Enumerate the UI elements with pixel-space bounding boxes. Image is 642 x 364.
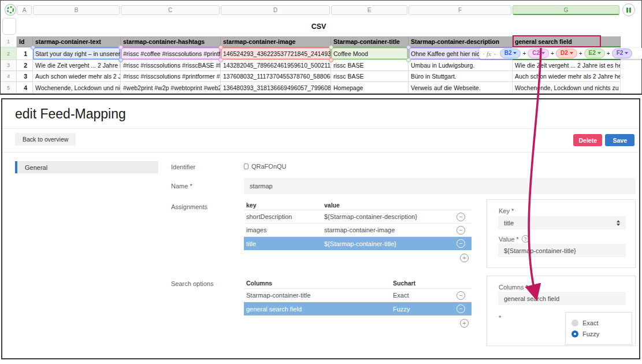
spreadsheet-cell[interactable]: 137608032_1117370455378760_5880684 (221, 71, 331, 82)
assignments-table-header: key value (244, 200, 472, 210)
column-letter-bar: A B C D E F G (17, 5, 621, 15)
copy-icon[interactable] (244, 164, 248, 169)
formula-chip-c2[interactable]: C2 (528, 49, 549, 58)
selection-handle[interactable] (406, 45, 411, 50)
search-option-row[interactable]: Starmap-container-title Exact − (244, 289, 472, 302)
columns-input[interactable]: general search field (498, 292, 626, 305)
spreadsheet-cell[interactable]: Auch schon wieder mehr als 2 Jahre her (513, 71, 621, 82)
formula-chip-e2[interactable]: E2 (584, 49, 605, 58)
radio-unselected-icon[interactable] (572, 320, 578, 326)
selection-handle[interactable] (218, 45, 223, 50)
column-letter-g-selected[interactable]: G (513, 5, 619, 15)
selection-handle[interactable] (406, 58, 411, 62)
spreadsheet-cell[interactable]: 1 (17, 47, 33, 60)
spreadsheet-cell[interactable]: 3 (17, 71, 33, 82)
row-number[interactable]: 1 (1, 36, 17, 47)
spreadsheet-cell[interactable]: Auch schon wieder mehr als 2 Jah (33, 71, 121, 82)
row-number[interactable]: 4 (1, 71, 17, 82)
selection-handle[interactable] (329, 58, 333, 62)
spreadsheet-cell[interactable]: Wochenende, Lockdown und nichts zu t (513, 82, 621, 94)
column-letter-b[interactable]: B (33, 5, 120, 15)
save-button[interactable]: Save (605, 134, 634, 146)
remove-row-button[interactable]: − (457, 304, 465, 313)
column-header-cell[interactable]: Starmap-container-title (331, 36, 409, 47)
spreadsheet-cell[interactable]: 4 (17, 82, 33, 94)
spreadsheet-cell[interactable]: 143282045_789662461959610_50021140 (221, 60, 331, 71)
name-input[interactable]: starmap (244, 178, 636, 194)
radio-selected-icon[interactable] (572, 330, 578, 337)
spreadsheet-cell[interactable]: Wie die Zeit vergeht ... 2 Jahre ist (33, 60, 121, 71)
formula-chip-f2[interactable]: F2 (612, 49, 633, 58)
chip-dropdown-icon[interactable] (570, 52, 573, 54)
row-number[interactable]: 5 (1, 82, 17, 94)
column-header-cell[interactable]: starmap-container-hashtags (121, 36, 221, 47)
chip-dropdown-icon[interactable] (541, 52, 545, 54)
spreadsheet-cell[interactable]: Wie die Zeit vergeht ... 2 Jahre ist es … (513, 60, 621, 71)
column-letter-a[interactable]: A (17, 5, 32, 15)
spreadsheet-cell[interactable]: #web2print #w2p #webtoprint #web2 (121, 82, 221, 94)
sidebar-item-general[interactable]: General (15, 161, 158, 173)
remove-row-button[interactable]: − (457, 239, 465, 248)
column-header-cell[interactable]: Starmap-container-description (409, 36, 513, 47)
spreadsheet-cell[interactable]: 136480393_318136669496057_79960885 (221, 82, 331, 94)
radio-option-exact[interactable]: Exact (572, 317, 632, 328)
add-row-button[interactable]: + (460, 319, 469, 328)
column-header-cell[interactable]: starmap-container-text (33, 36, 121, 47)
spreadsheet-cell[interactable]: Büro in Stuttgart. (409, 71, 513, 82)
column-letter-e[interactable]: E (331, 5, 407, 15)
spreadsheet-cell[interactable]: Wochenende, Lockdown und nich (33, 82, 121, 94)
selection-handle[interactable] (118, 45, 123, 50)
spreadsheet-cell[interactable]: rissc BASE (331, 71, 409, 82)
help-icon[interactable]: ? (522, 235, 529, 243)
gutter-header-cell (2, 18, 16, 35)
remove-row-button[interactable]: − (457, 226, 465, 235)
formula-editor[interactable]: · fx ⌄ B2 + C2 + D2 + E2 + F2 (479, 48, 642, 59)
chip-dropdown-icon[interactable] (513, 52, 517, 54)
pause-icon[interactable] (622, 3, 635, 16)
spreadsheet-cell[interactable]: #rissc #risscsolutions #risscBASE #lu (121, 60, 221, 71)
spreadsheet-cell[interactable]: rissc BASE (331, 60, 409, 71)
formula-chip-b2[interactable]: B2 (500, 49, 521, 58)
spreadsheet-cell-b2[interactable]: Start your day right – in unserem F (33, 47, 121, 60)
formula-chip-d2[interactable]: D2 (556, 49, 577, 58)
operator-plus: + (522, 50, 526, 57)
column-header-cell[interactable]: starmap-container-image (221, 36, 331, 47)
assignment-row[interactable]: images starmap-container-image − (244, 224, 472, 237)
selection-handle[interactable] (218, 58, 223, 62)
spreadsheet-cell-d2[interactable]: 146524293_436223537721845_24149321 (221, 47, 331, 60)
search-option-row-selected[interactable]: general search field Fuzzy − (244, 302, 472, 315)
back-to-overview-button[interactable]: Back to overview (15, 133, 76, 146)
assignment-row[interactable]: shortDescription ${Starmap-container-des… (244, 210, 472, 224)
spreadsheet-cell[interactable]: Umbau in Ludwigsburg. (409, 60, 513, 71)
selection-handle[interactable] (31, 45, 35, 50)
column-letter-f[interactable]: F (409, 5, 511, 15)
table-handle-icon[interactable] (4, 3, 17, 16)
delete-button[interactable]: Delete (573, 134, 602, 146)
operator-plus: + (579, 50, 582, 57)
spreadsheet-cell[interactable]: Homepage (331, 82, 409, 94)
assignment-detail-card: Key * title Value * ? ${Starmap-containe… (487, 199, 636, 268)
selection-handle[interactable] (118, 58, 123, 62)
remove-row-button[interactable]: − (457, 213, 465, 221)
chevron-down-icon[interactable]: ⌄ (493, 51, 497, 56)
row-number[interactable]: 3 (1, 60, 17, 71)
add-row-button[interactable]: + (460, 254, 469, 262)
spreadsheet-cell[interactable]: 2 (17, 60, 33, 71)
remove-row-button[interactable]: − (457, 291, 465, 300)
spreadsheet-cell-e2[interactable]: Coffee Mood (331, 47, 409, 60)
column-letter-d[interactable]: D (221, 5, 330, 15)
spreadsheet-cell[interactable]: #rissc #risscsolutions #printformer #p (121, 71, 221, 82)
row-number[interactable]: 2 (1, 47, 17, 60)
stepper-icon[interactable] (617, 220, 620, 226)
chip-dropdown-icon[interactable] (598, 52, 601, 54)
formula-drag-handle-icon[interactable]: · (483, 51, 485, 57)
spreadsheet-cell[interactable]: Verweis auf die Webseite. (409, 82, 513, 94)
assignment-row-selected[interactable]: title ${Starmap-container-title} − (244, 237, 472, 250)
chip-dropdown-icon[interactable] (625, 52, 628, 54)
key-select[interactable]: title (498, 216, 626, 229)
radio-option-fuzzy[interactable]: Fuzzy (572, 328, 632, 339)
selection-handle[interactable] (329, 45, 333, 50)
spreadsheet-cell-c2[interactable]: #rissc #coffee #risscsolutions #printfo (121, 47, 221, 60)
value-input[interactable]: ${Starmap-container-title} (498, 244, 626, 257)
column-letter-c[interactable]: C (121, 5, 220, 15)
